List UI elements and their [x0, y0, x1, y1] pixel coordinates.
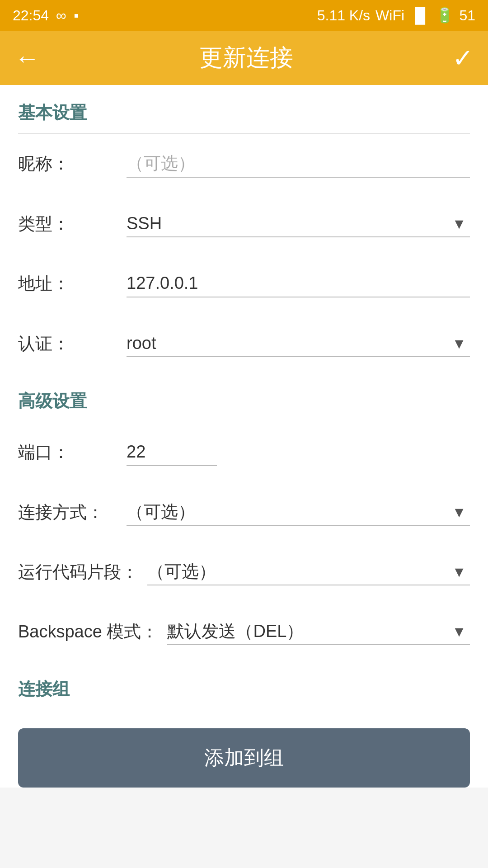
nickname-row: 昵称： — [0, 134, 488, 194]
page-title: 更新连接 — [199, 42, 293, 74]
status-battery-icon: 🔋 — [436, 7, 454, 24]
status-wifi-icon: WiFi — [375, 7, 404, 24]
group-divider — [18, 710, 470, 710]
basic-settings-header: 基本设置 — [0, 85, 488, 133]
nickname-input[interactable] — [127, 150, 470, 178]
type-dropdown[interactable]: SSH Telnet Local — [127, 210, 470, 237]
connection-method-label: 连接方式： — [18, 501, 117, 524]
backspace-mode-dropdown[interactable]: 默认发送（DEL） 发送（BS） — [167, 618, 470, 645]
address-input[interactable] — [127, 270, 470, 297]
connection-method-row: 连接方式： （可选） ▼ — [0, 482, 488, 542]
status-signal-icon: ▐▌ — [410, 7, 430, 24]
code-snippet-label: 运行代码片段： — [18, 561, 138, 584]
port-label: 端口： — [18, 441, 117, 464]
status-bar: 22:54 ∞ ▪ 5.11 K/s WiFi ▐▌ 🔋 51 — [0, 0, 488, 31]
address-row: 地址： — [0, 254, 488, 314]
connection-method-dropdown[interactable]: （可选） — [127, 499, 470, 526]
nickname-label: 昵称： — [18, 152, 117, 175]
type-label: 类型： — [18, 212, 117, 236]
main-content: 基本设置 昵称： 类型： SSH Telnet Local ▼ 地址： — [0, 85, 488, 788]
auth-row: 认证： root password key ▼ — [0, 314, 488, 373]
type-row: 类型： SSH Telnet Local ▼ — [0, 194, 488, 254]
auth-dropdown[interactable]: root password key — [127, 330, 470, 357]
status-speed: 5.11 K/s — [317, 7, 370, 24]
port-input[interactable] — [127, 439, 217, 466]
port-row: 端口： — [0, 422, 488, 482]
backspace-mode-label: Backspace 模式： — [18, 620, 158, 643]
confirm-button[interactable]: ✓ — [452, 43, 474, 73]
auth-dropdown-wrapper: root password key ▼ — [127, 330, 470, 357]
address-label: 地址： — [18, 272, 117, 295]
code-snippet-dropdown-wrapper: （可选） ▼ — [147, 558, 470, 585]
connection-method-dropdown-wrapper: （可选） ▼ — [127, 499, 470, 526]
add-to-group-button[interactable]: 添加到组 — [18, 728, 470, 788]
group-section-header: 连接组 — [0, 661, 488, 710]
backspace-mode-dropdown-wrapper: 默认发送（DEL） 发送（BS） ▼ — [167, 618, 470, 645]
advanced-settings-header: 高级设置 — [0, 373, 488, 422]
back-button[interactable]: ← — [14, 43, 40, 73]
code-snippet-dropdown[interactable]: （可选） — [147, 558, 470, 585]
app-bar: ← 更新连接 ✓ — [0, 31, 488, 85]
code-snippet-row: 运行代码片段： （可选） ▼ — [0, 542, 488, 602]
backspace-mode-row: Backspace 模式： 默认发送（DEL） 发送（BS） ▼ — [0, 602, 488, 661]
status-battery-level: 51 — [459, 7, 475, 24]
auth-label: 认证： — [18, 332, 117, 355]
status-sim-icon: ▪ — [74, 7, 79, 24]
status-time: 22:54 — [13, 7, 49, 24]
status-infinity-icon: ∞ — [56, 7, 66, 24]
type-dropdown-wrapper: SSH Telnet Local ▼ — [127, 210, 470, 237]
